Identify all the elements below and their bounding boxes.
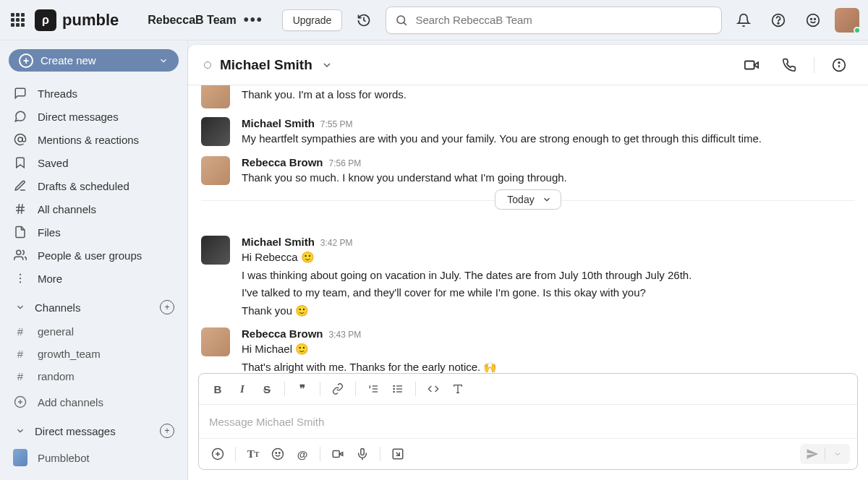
nav-files[interactable]: Files [9,220,179,244]
section-label: Channels [35,301,80,314]
svg-point-38 [273,449,284,460]
message-row: Michael Smith7:55 PMMy heartfelt sympath… [201,113,855,152]
svg-point-7 [18,137,22,142]
nav-list: Threads Direct messages Mentions & react… [9,82,179,290]
hash-icon: # [13,348,27,360]
dm-item-pumblebot[interactable]: Pumblebot [9,444,179,471]
message-text: Thank you so much. I know you understand… [242,170,855,187]
workspace-name[interactable]: RebeccaB Team ••• [148,12,263,28]
nav-saved[interactable]: Saved [9,151,179,174]
nav-people[interactable]: People & user groups [9,244,179,267]
message-text: That's alright with me. Thanks for the e… [242,359,855,374]
ordered-list-button[interactable] [362,378,385,400]
nav-drafts[interactable]: Drafts & scheduled [9,174,179,197]
create-new-button[interactable]: + Create new [9,49,179,72]
channel-item[interactable]: #random [9,365,179,387]
nav-label: Direct messages [38,111,119,123]
nav-label: Threads [38,87,77,100]
file-icon [13,226,27,239]
add-channels-item[interactable]: Add channels [9,390,179,413]
nav-all-channels[interactable]: All channels [9,197,179,220]
bold-button[interactable]: B [206,378,229,400]
svg-point-39 [276,453,277,454]
plus-icon: + [19,53,33,68]
code-block-button[interactable] [446,378,469,400]
channel-label: random [38,370,75,382]
message-row: Rebecca Brown7:51 PMThank you. I'm at a … [201,85,855,113]
send-button[interactable] [800,444,825,464]
channel-item[interactable]: #growth_team [9,343,179,365]
quote-button[interactable]: ❞ [291,378,314,400]
message-input[interactable] [199,405,857,438]
dms-section-header[interactable]: Direct messages + [9,416,179,441]
history-icon[interactable] [351,7,377,33]
svg-point-31 [393,388,394,389]
emoji-button[interactable] [266,443,289,465]
svg-point-40 [279,453,281,454]
notifications-icon[interactable] [731,7,757,33]
nav-label: More [38,273,62,285]
nav-more[interactable]: More [9,267,179,290]
bullet-list-button[interactable] [386,378,409,400]
info-icon[interactable] [826,52,852,78]
italic-button[interactable]: I [231,378,254,400]
strikethrough-button[interactable]: S [255,378,278,400]
chevron-down-icon [13,426,27,436]
svg-rect-43 [361,449,365,455]
svg-point-13 [20,274,21,275]
code-button[interactable] [422,378,445,400]
channel-list: #general#growth_team#random [9,320,179,387]
video-attach-button[interactable] [326,443,349,465]
nav-label: All channels [38,203,96,215]
nav-mentions[interactable]: Mentions & reactions [9,128,179,151]
section-label: Direct messages [35,425,116,437]
video-call-icon[interactable] [739,52,765,78]
svg-point-30 [393,385,394,386]
conversation-header: Michael Smith [188,45,868,85]
message-author: Rebecca Brown [242,156,323,168]
nav-threads[interactable]: Threads [9,82,179,105]
shortcut-button[interactable] [386,443,409,465]
channels-section-header[interactable]: Channels + [9,293,179,317]
audio-record-button[interactable] [351,443,374,465]
svg-point-32 [393,391,394,392]
workspace-menu-icon[interactable]: ••• [244,12,263,28]
svg-line-11 [22,204,23,214]
user-avatar[interactable] [835,8,859,33]
search-input[interactable] [415,14,712,26]
presence-ring-icon [204,61,211,69]
nav-label: Saved [38,157,69,169]
link-button[interactable] [326,378,349,400]
workspace-label: RebeccaB Team [148,14,236,27]
chevron-down-icon[interactable] [321,59,333,71]
channel-label: general [38,325,74,338]
date-pill[interactable]: Today [495,189,561,210]
svg-point-15 [20,281,21,283]
svg-line-10 [18,204,20,214]
nav-direct-messages[interactable]: Direct messages [9,105,179,128]
send-options-button[interactable] [825,444,850,464]
channel-item[interactable]: #general [9,320,179,343]
bookmark-icon [13,156,27,169]
attach-button[interactable] [206,443,229,465]
plus-circle-icon [13,395,27,408]
search-bar[interactable] [386,7,722,34]
conversation-title[interactable]: Michael Smith [220,57,312,73]
add-channel-icon[interactable]: + [160,300,174,314]
message-time: 7:56 PM [329,158,362,168]
hash-icon: # [13,370,27,382]
chevron-down-icon [542,194,552,205]
upgrade-button[interactable]: Upgrade [282,9,343,31]
add-dm-icon[interactable]: + [160,424,174,438]
chevron-down-icon [158,56,169,66]
text-format-button[interactable]: TT [242,443,265,465]
mention-button[interactable]: @ [291,443,314,465]
message-text: Thank you 🙂 [242,303,855,320]
emoji-reactions-icon[interactable] [800,7,826,33]
message-list: Rebecca Brown7:51 PMThank you. I'm at a … [188,85,868,373]
help-icon[interactable] [765,7,791,33]
composer-area: B I S ❞ TT [188,373,868,480]
phone-call-icon[interactable] [776,52,802,78]
apps-grid-icon[interactable] [9,12,26,29]
message-avatar [201,327,230,356]
